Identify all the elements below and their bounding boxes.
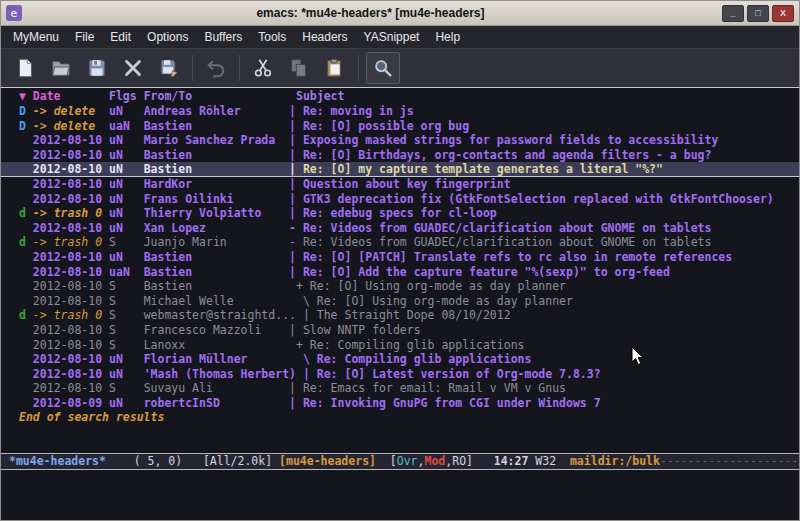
message-row[interactable]: 2012-08-10 uN Bastien | Re: [O] [PATCH] …	[1, 250, 799, 265]
toolbar-separator	[192, 55, 193, 81]
read-only-flag: RO	[452, 454, 466, 468]
overwrite-flag: Ovr	[397, 454, 418, 468]
close-buffer-button[interactable]	[117, 53, 149, 83]
date-cell: 2012-08-10	[33, 338, 109, 352]
from-cell: Bastien	[144, 148, 289, 162]
from-cell: Bastien	[144, 265, 289, 279]
date-cell: 2012-08-10	[33, 177, 109, 191]
mark-cell	[19, 396, 33, 410]
spacer	[61, 89, 109, 103]
date-cell: 2012-08-10	[33, 221, 109, 235]
headers-buffer: D -> delete uN Andreas Röhler | Re: movi…	[1, 104, 799, 453]
mark-cell	[19, 381, 33, 395]
copy-button[interactable]	[283, 53, 315, 83]
message-row[interactable]: D -> delete uN Andreas Röhler | Re: movi…	[1, 104, 799, 119]
date-cell: -> trash 0	[33, 235, 109, 249]
state-open: [	[376, 454, 397, 468]
menu-buffers[interactable]: Buffers	[196, 28, 250, 46]
week-number: W32	[528, 454, 570, 468]
date-cell: -> trash 0	[33, 206, 109, 220]
flags-cell: S	[109, 279, 144, 293]
date-cell: 2012-08-09	[33, 396, 109, 410]
message-row[interactable]: 2012-08-10 S Lanoxx + Re: Compiling glib…	[1, 338, 799, 353]
flags-cell: uN	[109, 367, 144, 381]
from-cell: Thierry Volpiatto	[144, 206, 289, 220]
mark-cell	[19, 221, 33, 235]
menu-tools[interactable]: Tools	[250, 28, 294, 46]
mark-cell: d	[19, 308, 33, 322]
new-file-button[interactable]	[9, 53, 41, 83]
message-row[interactable]: 2012-08-10 uN HardKor | Question about k…	[1, 177, 799, 192]
menu-options[interactable]: Options	[139, 28, 196, 46]
save-as-button[interactable]	[153, 53, 185, 83]
menu-mymenu[interactable]: MyMenu	[5, 28, 67, 46]
maximize-button[interactable]: □	[747, 5, 769, 22]
subject-cell: Re: [O] possible org bug	[303, 119, 469, 133]
message-row[interactable]: 2012-08-10 uN Florian Müllner \ Re: Comp…	[1, 352, 799, 367]
date-cell: 2012-08-10	[33, 381, 109, 395]
undo-button[interactable]	[200, 53, 232, 83]
message-row[interactable]: d -> trash 0 uN Thierry Volpiatto | Re: …	[1, 206, 799, 221]
menu-yasnippet[interactable]: YASnippet	[356, 28, 428, 46]
subject-cell: Re: Emacs for email: Rmail v VM v Gnus	[303, 381, 566, 395]
menu-file[interactable]: File	[67, 28, 102, 46]
from-cell: Suvayu Ali	[144, 381, 289, 395]
message-row[interactable]: D -> delete uaN Bastien | Re: [O] possib…	[1, 119, 799, 134]
flags-cell: uN	[109, 162, 144, 176]
message-row[interactable]: 2012-08-10 uN 'Mash (Thomas Herbert) | R…	[1, 367, 799, 382]
copy-icon	[288, 57, 310, 79]
message-row[interactable]: 2012-08-10 uN Mario Sanchez Prada | Expo…	[1, 133, 799, 148]
subject-cell: Re: [O] Latest version of Org-mode 7.8.3…	[317, 367, 601, 381]
message-row[interactable]: d -> trash 0 S webmaster@straightd... | …	[1, 308, 799, 323]
message-list: D -> delete uN Andreas Röhler | Re: movi…	[1, 104, 799, 410]
date-cell: 2012-08-10	[33, 352, 109, 366]
message-row[interactable]: 2012-08-10 S Bastien + Re: [O] Using org…	[1, 279, 799, 294]
flags-cell: uN	[109, 221, 144, 235]
from-cell: 'Mash (Thomas Herbert)	[144, 367, 303, 381]
echo-area[interactable]	[1, 470, 799, 520]
title-bar[interactable]: e emacs: *mu4e-headers* [mu4e-headers] _…	[1, 1, 799, 26]
mark-cell	[19, 294, 33, 308]
tool-bar	[1, 49, 799, 87]
message-row[interactable]: 2012-08-10 S Suvayu Ali | Re: Emacs for …	[1, 381, 799, 396]
subject-cell: Re: moving in js	[303, 104, 414, 118]
from-cell: webmaster@straightd...	[144, 308, 303, 322]
flags-cell: uN	[109, 206, 144, 220]
message-row[interactable]: 2012-08-10 uaN Bastien | Re: [O] Add the…	[1, 265, 799, 280]
flags-cell: uN	[109, 352, 144, 366]
paste-button[interactable]	[319, 53, 351, 83]
menu-edit[interactable]: Edit	[102, 28, 139, 46]
subject-cell: Re: [O] Birthdays, org-contacts and agen…	[303, 148, 712, 162]
from-cell: Lanoxx	[144, 338, 289, 352]
thread-cell: |	[289, 148, 303, 162]
cut-button[interactable]	[247, 53, 279, 83]
message-row[interactable]: 2012-08-10 uN Frans Oilinki | GTK3 depre…	[1, 192, 799, 207]
subject-cell: Re: [O] Using org-mode as day planner	[310, 279, 566, 293]
message-row[interactable]: 2012-08-10 S Michael Welle \ Re: [O] Usi…	[1, 294, 799, 309]
subject-cell: Re: [O] my capture template generates a …	[303, 162, 663, 176]
minimize-button[interactable]: _	[722, 5, 744, 22]
subject-cell: Re: [O] [PATCH] Translate refs to rc als…	[303, 250, 732, 264]
message-row[interactable]: 2012-08-10 uN Bastien | Re: [O] Birthday…	[1, 148, 799, 163]
save-button[interactable]	[81, 53, 113, 83]
menu-headers[interactable]: Headers	[294, 28, 355, 46]
search-button[interactable]	[366, 52, 400, 84]
mark-cell: D	[19, 104, 33, 118]
message-row[interactable]: 2012-08-10 S Francesco Mazzoli | Slow NN…	[1, 323, 799, 338]
menu-help[interactable]: Help	[427, 28, 468, 46]
message-row[interactable]: 2012-08-10 uN Bastien | Re: [O] my captu…	[1, 162, 799, 177]
message-row[interactable]: 2012-08-09 uN robertcInSD | Re: Invoking…	[1, 396, 799, 411]
emacs-window: e emacs: *mu4e-headers* [mu4e-headers] _…	[0, 0, 800, 521]
cut-icon	[252, 57, 274, 79]
close-button[interactable]: X	[772, 5, 794, 22]
undo-icon	[205, 57, 227, 79]
thread-cell: |	[289, 250, 303, 264]
from-cell: Juanjo Marin	[144, 235, 289, 249]
date-cell: 2012-08-10	[33, 323, 109, 337]
open-file-button[interactable]	[45, 53, 77, 83]
message-row[interactable]: d -> trash 0 S Juanjo Marin - Re: Videos…	[1, 235, 799, 250]
mark-cell	[19, 323, 33, 337]
message-row[interactable]: 2012-08-10 uN Xan Lopez - Re: Videos fro…	[1, 221, 799, 236]
clock: 14:27	[494, 454, 529, 468]
from-cell: robertcInSD	[144, 396, 289, 410]
